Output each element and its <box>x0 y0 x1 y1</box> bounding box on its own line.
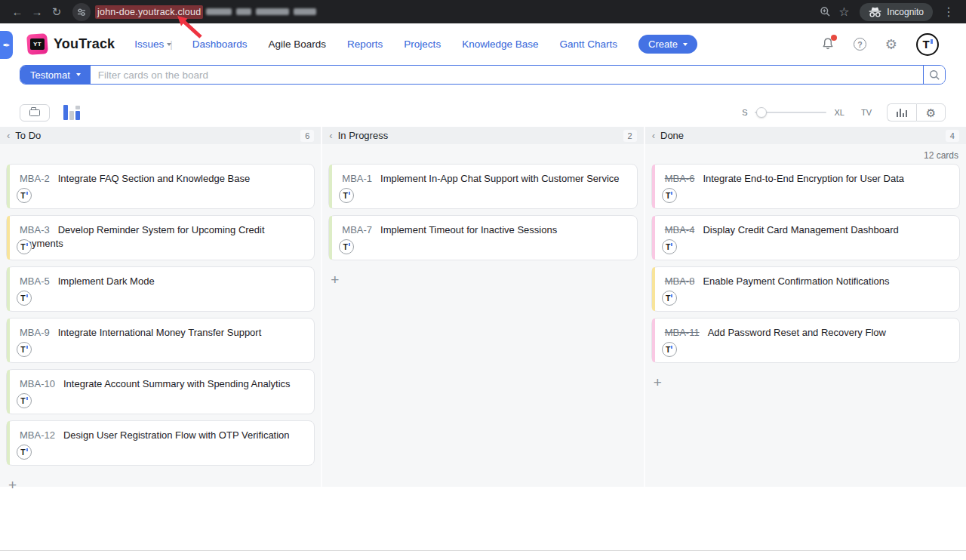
assignee-avatar[interactable]: T <box>17 445 32 460</box>
card-id[interactable]: MBA-3 <box>20 224 50 235</box>
board-settings-button[interactable]: ⚙ <box>916 103 946 122</box>
board-chart-toggle-icon[interactable] <box>63 105 80 120</box>
column-count: 4 <box>946 130 959 142</box>
column-cards: MBA-6Integrate End-to-End Encryption for… <box>645 144 966 389</box>
card-id[interactable]: MBA-1 <box>342 173 372 184</box>
site-settings-icon[interactable] <box>72 3 91 21</box>
card-color-stripe <box>652 216 655 260</box>
card-id[interactable]: MBA-5 <box>20 275 50 287</box>
column-header[interactable]: ‹Done4 <box>645 127 966 144</box>
avatar-accent <box>349 243 350 246</box>
board-card[interactable]: MBA-11Add Password Reset and Recovery Fl… <box>651 318 960 363</box>
card-id[interactable]: MBA-11 <box>665 327 700 338</box>
bookmark-star-icon[interactable]: ☆ <box>834 5 854 19</box>
notifications-bell-icon[interactable] <box>821 37 835 51</box>
assignee-avatar[interactable]: T <box>339 188 354 203</box>
add-card-button[interactable]: + <box>8 478 22 492</box>
card-id[interactable]: MBA-6 <box>665 173 695 184</box>
nav-issues[interactable]: Issues <box>134 38 164 50</box>
assignee-avatar[interactable]: T <box>662 188 677 203</box>
board-card[interactable]: MBA-8Enable Payment Confirmation Notific… <box>651 266 960 312</box>
card-id[interactable]: MBA-2 <box>20 173 50 184</box>
assignee-avatar[interactable]: T <box>662 239 677 254</box>
collapse-column-icon[interactable]: ‹ <box>329 130 332 141</box>
column-title: In Progress <box>338 130 388 141</box>
card-id[interactable]: MBA-12 <box>20 429 55 441</box>
settings-gear-icon[interactable]: ⚙ <box>885 38 897 51</box>
sprint-folder-button[interactable] <box>20 104 50 122</box>
collapse-column-icon[interactable]: ‹ <box>652 130 655 141</box>
board-card[interactable]: MBA-3Develop Reminder System for Upcomin… <box>6 215 315 260</box>
card-title: Integrate FAQ Section and Knowledge Base <box>58 173 250 184</box>
nav-agile-boards[interactable]: Agile Boards <box>269 38 327 50</box>
filter-cards-input[interactable] <box>91 66 923 84</box>
assignee-avatar[interactable]: T <box>17 393 32 408</box>
back-icon[interactable]: ← <box>8 5 27 18</box>
board-column: ‹Done4MBA-6Integrate End-to-End Encrypti… <box>644 127 966 487</box>
card-id[interactable]: MBA-9 <box>20 327 50 338</box>
board-card[interactable]: MBA-6Integrate End-to-End Encryption for… <box>651 164 960 209</box>
nav-projects[interactable]: Projects <box>404 38 441 50</box>
user-avatar[interactable]: T <box>916 33 939 56</box>
collapse-column-icon[interactable]: ‹ <box>7 130 10 141</box>
board-card[interactable]: MBA-2Integrate FAQ Section and Knowledge… <box>6 164 315 209</box>
forward-icon[interactable]: → <box>27 5 47 18</box>
chart-view-button[interactable] <box>887 103 916 122</box>
search-button[interactable] <box>923 66 945 84</box>
board-card[interactable]: MBA-1Implement In-App Chat Support with … <box>328 164 637 209</box>
youtrack-logo[interactable]: YT YouTrack <box>27 34 115 54</box>
board-card[interactable]: MBA-7Implement Timeout for Inactive Sess… <box>328 215 637 260</box>
board-card[interactable]: MBA-12Design User Registration Flow with… <box>6 420 315 466</box>
incognito-label: Incognito <box>887 7 924 17</box>
column-header[interactable]: ‹In Progress2 <box>322 127 643 144</box>
browser-menu-icon[interactable]: ⋮ <box>939 5 958 19</box>
folder-icon <box>29 109 40 116</box>
board-card[interactable]: MBA-5Implement Dark ModeT <box>6 266 315 312</box>
avatar-letter: T <box>20 345 25 354</box>
avatar-accent <box>671 192 672 195</box>
avatar-accent <box>26 192 28 195</box>
board-card[interactable]: MBA-10Integrate Account Summary with Spe… <box>6 369 315 414</box>
assignee-avatar[interactable]: T <box>17 342 32 357</box>
nav-knowledge-base[interactable]: Knowledge Base <box>462 38 538 50</box>
zoom-page-icon[interactable] <box>820 6 831 17</box>
add-card-button[interactable]: + <box>654 375 667 389</box>
card-size-slider[interactable] <box>755 107 826 118</box>
assignee-avatar[interactable]: T <box>662 291 677 306</box>
board-selector-button[interactable]: Testomat <box>20 66 91 84</box>
assignee-avatar[interactable]: T <box>339 239 354 254</box>
nav-dashboards[interactable]: Dashboards <box>192 38 248 50</box>
assignee-avatar[interactable]: T <box>17 239 32 254</box>
column-count: 6 <box>300 130 314 142</box>
slider-handle[interactable] <box>756 107 767 118</box>
avatar-accent <box>26 448 28 451</box>
main-nav: Issues | Dashboards Agile Boards Reports… <box>134 35 697 54</box>
reload-icon[interactable]: ↻ <box>47 5 66 19</box>
assignee-avatar[interactable]: T <box>17 188 32 203</box>
help-icon[interactable]: ? <box>854 38 866 51</box>
card-color-stripe <box>7 370 10 414</box>
avatar-accent <box>671 243 672 246</box>
redacted-url-part <box>206 8 316 15</box>
assignee-avatar[interactable]: T <box>662 342 677 357</box>
nav-gantt-charts[interactable]: Gantt Charts <box>559 38 617 50</box>
nav-reports[interactable]: Reports <box>347 38 383 50</box>
card-id[interactable]: MBA-4 <box>665 224 695 235</box>
search-icon <box>929 69 940 81</box>
card-color-stripe <box>329 216 332 260</box>
board-card[interactable]: MBA-9Integrate International Money Trans… <box>6 318 315 363</box>
address-bar-url[interactable]: john-doe.youtrack.cloud <box>95 5 203 19</box>
chevron-down-icon[interactable] <box>167 43 171 46</box>
assignee-avatar[interactable]: T <box>17 291 32 306</box>
board-card[interactable]: MBA-4Display Credit Card Management Dash… <box>651 215 960 260</box>
card-id[interactable]: MBA-10 <box>20 378 55 389</box>
card-id[interactable]: MBA-7 <box>342 224 372 235</box>
incognito-badge: Incognito <box>860 3 933 21</box>
tv-mode-button[interactable]: TV <box>861 108 872 117</box>
create-button[interactable]: Create <box>638 35 697 54</box>
avatar-letter: T <box>20 191 25 200</box>
extension-tab-icon[interactable]: ✒ <box>0 31 13 59</box>
card-id[interactable]: MBA-8 <box>665 275 695 287</box>
add-card-button[interactable]: + <box>331 272 344 287</box>
column-header[interactable]: ‹To Do6 <box>0 127 321 144</box>
